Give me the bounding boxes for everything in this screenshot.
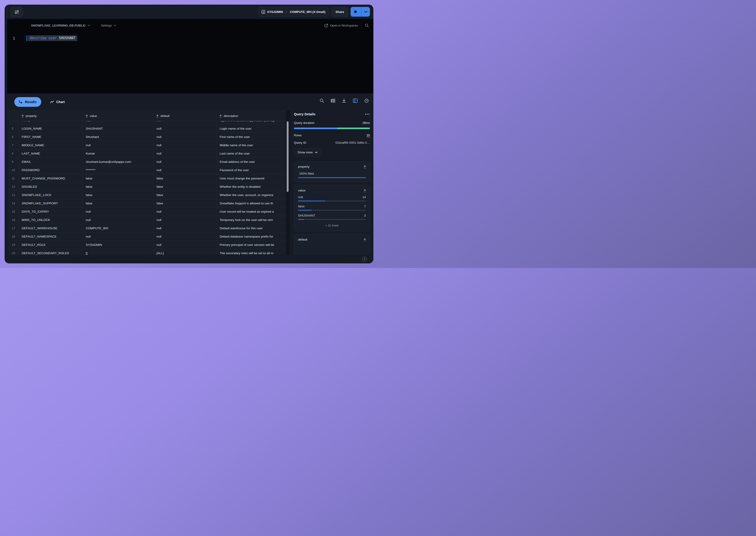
cell-value[interactable]: false (83, 199, 153, 207)
column-card-default[interactable]: default A (294, 234, 370, 255)
value-distribution-item[interactable]: null 14 (298, 195, 366, 201)
cell-default[interactable]: null (153, 133, 217, 141)
cell-property[interactable]: DEFAULT_WAREHOUSE (19, 224, 83, 232)
columns-icon[interactable] (331, 98, 335, 103)
cell-property[interactable]: SNOWFLAKE_SUPPORT (19, 199, 83, 207)
value-distribution-item[interactable]: false 7 (298, 205, 366, 211)
sql-editor[interactable]: SNOWFLAKE_LEARNING_DB.PUBLIC Settings (7, 19, 373, 93)
cell-description[interactable]: Last name of the user (217, 150, 290, 157)
run-options-button[interactable] (362, 7, 370, 17)
cell-property[interactable]: DEFAULT_ROLE (19, 241, 83, 249)
cell-default[interactable]: null (153, 141, 217, 149)
cell-default[interactable]: [ALL] (153, 249, 217, 255)
column-header-description[interactable]: A description (217, 111, 290, 121)
cell-value[interactable]: SYSADMIN (83, 241, 153, 249)
cell-value[interactable]: false (83, 191, 153, 199)
cell-description[interactable]: Type of the account, application packag (217, 121, 290, 124)
cell-default[interactable]: null (153, 158, 217, 166)
table-scrollbar[interactable] (286, 111, 290, 255)
cell-description[interactable]: Default database namespace prefix for (217, 232, 290, 241)
cell-property[interactable]: DEFAULT_NAMESPACE (19, 232, 83, 241)
cell-value[interactable]: null (83, 121, 153, 124)
cell-default[interactable]: false (153, 183, 217, 191)
cell-property[interactable]: TYPE (19, 121, 83, 124)
cell-description[interactable]: Email address of the user (217, 158, 290, 166)
value-distribution-item[interactable]: SHUSHANT 3 (298, 214, 366, 220)
cell-description[interactable]: Whether the entity is disabled (217, 183, 290, 191)
cell-description[interactable]: First name of the user (217, 133, 290, 141)
share-button[interactable]: Share (331, 7, 348, 17)
show-more-values-button[interactable]: + 11 more (298, 224, 366, 227)
cell-value[interactable]: null (83, 141, 153, 149)
worksheet-settings-button[interactable] (10, 7, 23, 17)
cell-description[interactable]: The secondary roles will be set to all r… (217, 249, 290, 255)
cell-value[interactable]: [] (83, 249, 153, 255)
cell-default[interactable]: null (153, 124, 217, 133)
editor-settings-menu[interactable]: Settings (101, 24, 116, 27)
cell-value[interactable]: false (83, 174, 153, 183)
tab-results[interactable]: Results (14, 97, 41, 107)
cell-default[interactable]: false (153, 191, 217, 199)
run-button[interactable] (351, 7, 362, 17)
show-more-button[interactable]: Show more (294, 148, 321, 156)
cell-description[interactable]: Snowflake Support is allowed to use th (217, 199, 290, 207)
column-header-default[interactable]: A default (153, 111, 217, 121)
column-card-property[interactable]: property A 100% filled (294, 161, 370, 182)
cell-description[interactable]: Default warehouse for this user (217, 224, 290, 232)
cell-description[interactable]: Middle name of the user (217, 141, 290, 149)
cell-description[interactable]: User must change the password (217, 174, 290, 183)
cell-description[interactable]: Password of the user (217, 166, 290, 174)
details-panel-toggle-icon[interactable] (353, 98, 358, 103)
cell-description[interactable]: User record will be treated as expired a (217, 208, 290, 216)
code-area[interactable]: 1 describe user SHUSHANT (7, 35, 373, 45)
cell-property[interactable]: SNOWFLAKE_LOCK (19, 191, 83, 199)
cell-default[interactable]: false (153, 199, 217, 207)
cell-property[interactable]: DEFAULT_SECONDARY_ROLES (19, 249, 83, 255)
rows-value[interactable]: 35 (366, 134, 370, 137)
cell-property[interactable]: DAYS_TO_EXPIRY (19, 208, 83, 216)
more-menu-icon[interactable]: ••• (365, 113, 370, 115)
cell-value[interactable]: Kumar (83, 150, 153, 157)
help-button[interactable]: ? (362, 257, 367, 261)
cell-default[interactable]: null (153, 232, 217, 241)
cell-property[interactable]: MIDDLE_NAME (19, 141, 83, 149)
query-id-link[interactable]: 01bcaf95-0001-0d9e-0… (335, 141, 370, 144)
cell-property[interactable]: MINS_TO_UNLOCK (19, 216, 83, 224)
column-card-value[interactable]: value A null 14 false 7 SHUSHANT (294, 185, 370, 231)
cell-default[interactable]: null (153, 216, 217, 224)
download-icon[interactable] (342, 98, 346, 103)
cell-default[interactable]: null (153, 166, 217, 174)
cell-property[interactable]: LOGIN_NAME (19, 124, 83, 133)
cell-value[interactable]: false (83, 183, 153, 191)
open-in-workspaces-button[interactable]: Open in Workspaces (325, 24, 358, 27)
column-header-value[interactable]: A value (83, 111, 153, 121)
cell-default[interactable]: null (153, 150, 217, 157)
cell-value[interactable]: COMPUTE_WH (83, 224, 153, 232)
cell-value[interactable]: null (83, 208, 153, 216)
cell-value[interactable]: ******** (83, 166, 153, 174)
cell-default[interactable]: false (153, 174, 217, 183)
cell-value[interactable]: shushant.kumar@unifyapps.com (83, 158, 153, 166)
cell-property[interactable]: EMAIL (19, 158, 83, 166)
cell-property[interactable]: DISABLED (19, 183, 83, 191)
cell-value[interactable]: SHUSHANT (83, 124, 153, 133)
database-schema-selector[interactable]: SNOWFLAKE_LEARNING_DB.PUBLIC (31, 24, 90, 27)
cell-default[interactable]: null (153, 224, 217, 232)
cell-property[interactable]: PASSWORD (19, 166, 83, 174)
role-warehouse-selector[interactable]: SYSADMIN COMPUTE_WH (X-Small) (258, 7, 329, 17)
cell-description[interactable]: Temporary lock on the user will be rem (217, 216, 290, 224)
cell-property[interactable]: FIRST_NAME (19, 133, 83, 141)
code-line-selected[interactable]: describe user SHUSHANT (28, 35, 77, 41)
cell-description[interactable]: Login name of the user (217, 124, 290, 133)
cell-default[interactable]: null (153, 241, 217, 249)
cell-value[interactable]: null (83, 232, 153, 241)
cell-value[interactable]: null (83, 216, 153, 224)
cell-description[interactable]: Primary principal of user session will b… (217, 241, 290, 249)
cell-default[interactable]: null (153, 208, 217, 216)
column-header-property[interactable]: A property (19, 111, 83, 121)
cell-value[interactable]: Shushant (83, 133, 153, 141)
cell-property[interactable]: MUST_CHANGE_PASSWORD (19, 174, 83, 183)
scrollbar-thumb[interactable] (287, 121, 289, 192)
cell-property[interactable]: LAST_NAME (19, 150, 83, 157)
cell-default[interactable]: null (153, 121, 217, 124)
